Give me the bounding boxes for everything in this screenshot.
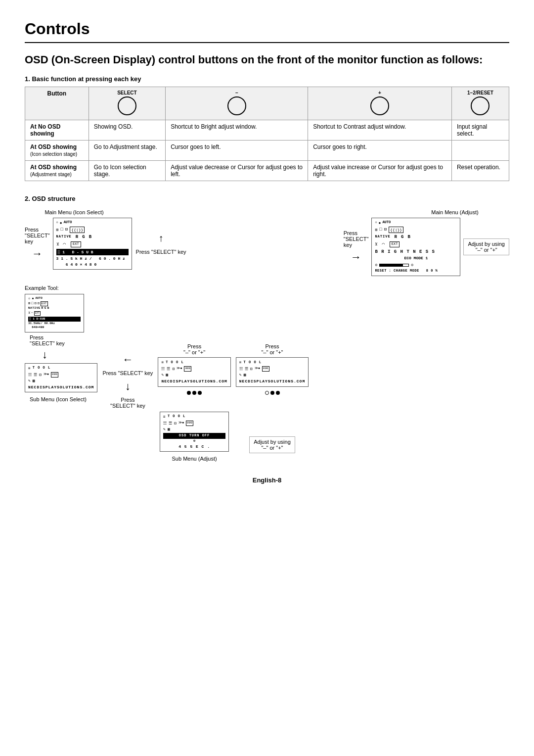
- row-adj-header: At OSD showing(Adjustment stage): [25, 160, 89, 181]
- example-tool-label: Example Tool:: [25, 285, 509, 291]
- main-menu-icon-label: Main Menu (Icon Select): [44, 209, 103, 215]
- row-adj-reset: Reset operation.: [451, 160, 509, 181]
- row-adj-plus: Adjust value increase or Cursor for adju…: [308, 160, 452, 181]
- page-footer: English-8: [25, 476, 509, 484]
- press-select-label-2: Press"SELECT"key: [344, 230, 369, 248]
- press-select-sub: Press"SELECT" key: [110, 397, 145, 409]
- press-select-key-bottom: Press "SELECT" key: [136, 249, 186, 255]
- sub-menu-adjust-label: Sub Menu (Adjust): [172, 456, 217, 462]
- press-select-example: Press"SELECT" key: [30, 334, 65, 346]
- row-adj-select: Go to Icon selection stage.: [89, 160, 165, 181]
- row-icon-select: Go to Adjustment stage.: [89, 140, 165, 160]
- minus-label: –: [171, 90, 303, 95]
- table-row: At OSD showing(Adjustment stage) Go to I…: [25, 160, 509, 181]
- minus-btn-icon: [227, 96, 246, 115]
- press-select-label-1: Press"SELECT"key: [25, 227, 50, 244]
- col-button: Button: [25, 87, 89, 120]
- dots-indicator-1: [187, 391, 202, 395]
- row-noosd-select: Showing OSD.: [89, 120, 165, 140]
- col-select: SELECT: [89, 87, 165, 120]
- page-subtitle: OSD (On-Screen Display) control buttons …: [25, 53, 509, 67]
- dots-indicator-2: [265, 391, 280, 395]
- osd-box-tool-right: ≡ T O O L ☷☰⊟≫●000 ✎▦ NECDISPLAYSOLUTION…: [236, 357, 309, 387]
- adjust-by-using-bottom: Adjust by using"–" or "+": [249, 436, 295, 453]
- osd-box-tool-icon: ≡ T O O L ☷☰⊟≫●000 ✎▦ NECDISPLAYSOLUTION…: [25, 363, 97, 393]
- osd-diagram: Main Menu (Icon Select) Main Menu (Adjus…: [25, 208, 509, 462]
- main-menu-adjust-label: Main Menu (Adjust): [431, 209, 478, 215]
- select-btn-icon: [118, 96, 136, 115]
- row-adj-minus: Adjust value decrease or Cursor for adju…: [166, 160, 308, 181]
- col-reset: 1–2/RESET: [451, 87, 509, 120]
- table-row: At OSD showing(Icon selection stage) Go …: [25, 140, 509, 160]
- section1-title: 1. Basic function at pressing each key: [25, 75, 509, 83]
- press-minus-plus-label-2: Press"–" or "+": [261, 343, 283, 355]
- sub-menu-icon-select-label: Sub Menu (Icon Select): [30, 396, 87, 402]
- row-noosd-reset: Input signal select.: [451, 120, 509, 140]
- row-icon-plus: Cursor goes to right.: [308, 140, 452, 160]
- osd-box-tool-mid1: ≡ T O O L ☷☰⊟≫●000 ✎▦ NECDISPLAYSOLUTION…: [158, 357, 230, 387]
- reset-label: 1–2/RESET: [457, 90, 504, 95]
- section2-title: 2. OSD structure: [25, 195, 509, 202]
- plus-btn-icon: [370, 96, 389, 115]
- select-label: SELECT: [94, 90, 160, 95]
- osd-box-example: ☼●AUTO ⊞□⊟⊟EXT NATIVERGB ⊻⌒EXT ▒ 1 D-SUB…: [25, 294, 84, 332]
- osd-box-main-icon: ☼ ● AUTO ⊞ □ ⊟ {{|}} NATIVE R G B ⊻: [53, 218, 132, 270]
- col-minus: –: [166, 87, 308, 120]
- row-icon-minus: Cursor goes to left.: [166, 140, 308, 160]
- adjust-by-using-label: Adjust by using"–" or "+": [463, 238, 509, 255]
- press-minus-plus-label-1: Press"–" or "+": [183, 343, 205, 355]
- page-title: Controls: [25, 20, 509, 43]
- press-select-key-middle: Press "SELECT" key: [102, 370, 153, 376]
- row-noosd-plus: Shortcut to Contrast adjust window.: [308, 120, 452, 140]
- row-icon-header: At OSD showing(Icon selection stage): [25, 140, 89, 160]
- plus-label: +: [313, 90, 446, 95]
- row-icon-reset: [451, 140, 509, 160]
- col-plus: +: [308, 87, 452, 120]
- table-row: At No OSD showing Showing OSD. Shortcut …: [25, 120, 509, 140]
- osd-box-sub-adjust: ≡ T O O L ☷☰⊟≫●000 ✎▦ OSD TURN OFF ⊙ 4 5…: [160, 412, 229, 452]
- controls-table: Button SELECT – + 1–2/RESET At No OSD sh…: [25, 87, 509, 181]
- row-noosd-minus: Shortcut to Bright adjust window.: [166, 120, 308, 140]
- row-noosd-header: At No OSD showing: [25, 120, 89, 140]
- reset-btn-icon: [471, 96, 490, 115]
- osd-box-main-adjust: ☼ ● AUTO ⊞ □ ⊟ {{|}} NATIVE R G B ⊻: [371, 218, 460, 276]
